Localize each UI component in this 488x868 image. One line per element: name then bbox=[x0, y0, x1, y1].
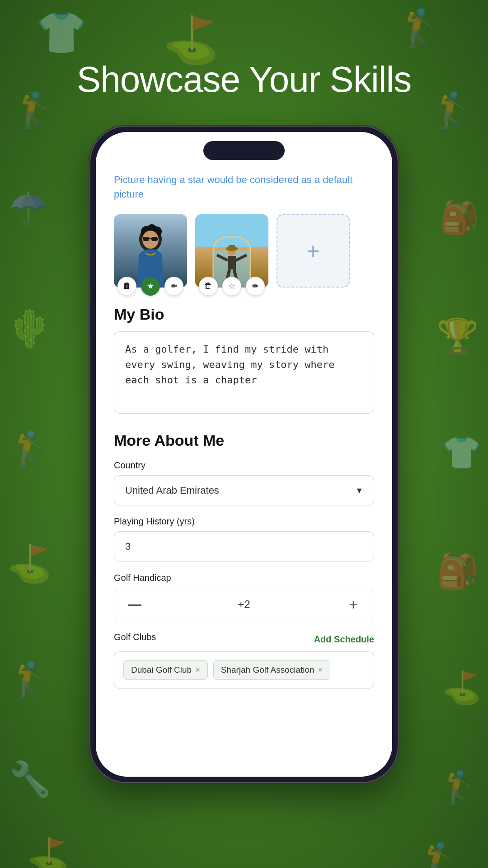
photo-2-edit-btn[interactable]: ✏ bbox=[246, 277, 265, 296]
dynamic-island bbox=[203, 141, 285, 160]
add-schedule-button[interactable]: Add Schedule bbox=[314, 634, 374, 645]
handicap-minus-btn[interactable]: — bbox=[114, 588, 155, 621]
photo-2-delete-btn[interactable]: 🗑 bbox=[199, 277, 218, 296]
svg-rect-9 bbox=[151, 237, 158, 241]
country-select-wrapper: United Arab Emirates Saudi Arabia Qatar … bbox=[114, 475, 374, 505]
bio-section-title: My Bio bbox=[114, 306, 374, 323]
club-tag-sharjah-name: Sharjah Golf Association bbox=[221, 665, 314, 675]
photo-1-edit-btn[interactable]: ✏ bbox=[164, 277, 183, 296]
club-tag-sharjah-remove[interactable]: × bbox=[318, 665, 323, 675]
svg-rect-15 bbox=[229, 245, 235, 250]
more-about-section-title: More About Me bbox=[114, 432, 374, 449]
country-label: Country bbox=[114, 460, 374, 471]
hint-text: Picture having a star would be considere… bbox=[114, 173, 374, 202]
photo-1-star-btn[interactable]: ★ bbox=[141, 277, 160, 296]
club-tag-dubai-remove[interactable]: × bbox=[195, 665, 200, 675]
golf-handicap-label: Golf Handicap bbox=[114, 573, 374, 583]
photo-1-controls: 🗑 ★ ✏ bbox=[114, 277, 187, 296]
handicap-value: +2 bbox=[155, 598, 333, 611]
mute-button bbox=[88, 217, 90, 240]
playing-history-input[interactable] bbox=[114, 531, 374, 562]
screen-content: Picture having a star would be considere… bbox=[96, 132, 392, 777]
photo-item-2: 🗑 ☆ ✏ bbox=[195, 214, 268, 288]
page-title: Showcase Your Skills bbox=[0, 59, 488, 100]
phone-screen: Picture having a star would be considere… bbox=[96, 132, 392, 777]
club-tag-dubai-name: Dubai Golf Club bbox=[131, 665, 192, 675]
volume-up-button bbox=[88, 253, 90, 289]
phone-mockup: Picture having a star would be considere… bbox=[90, 127, 398, 782]
golf-clubs-box: Dubai Golf Club × Sharjah Golf Associati… bbox=[114, 651, 374, 689]
phone-shell: Picture having a star would be considere… bbox=[90, 127, 398, 782]
svg-rect-16 bbox=[228, 256, 236, 269]
bio-textarea[interactable] bbox=[114, 331, 374, 414]
photo-item-1: 🗑 ★ ✏ bbox=[114, 214, 187, 288]
golf-clubs-label: Golf Clubs bbox=[114, 632, 156, 642]
playing-history-label: Playing History (yrs) bbox=[114, 516, 374, 527]
add-photo-icon: + bbox=[306, 238, 319, 264]
photo-2-star-btn[interactable]: ☆ bbox=[222, 277, 241, 296]
club-tag-sharjah: Sharjah Golf Association × bbox=[213, 660, 331, 680]
photo-add-btn[interactable]: + bbox=[277, 214, 350, 288]
photo-row: 🗑 ★ ✏ bbox=[114, 214, 374, 288]
photo-2-controls: 🗑 ☆ ✏ bbox=[195, 277, 268, 296]
handicap-stepper: — +2 + bbox=[114, 588, 374, 621]
golf-clubs-header: Golf Clubs Add Schedule bbox=[114, 632, 374, 647]
photo-1-delete-btn[interactable]: 🗑 bbox=[117, 277, 136, 296]
handicap-plus-btn[interactable]: + bbox=[333, 588, 374, 621]
volume-down-button bbox=[88, 303, 90, 339]
country-select[interactable]: United Arab Emirates Saudi Arabia Qatar … bbox=[114, 475, 374, 505]
power-button bbox=[398, 240, 400, 276]
club-tag-dubai: Dubai Golf Club × bbox=[123, 660, 208, 680]
svg-rect-8 bbox=[143, 237, 149, 241]
